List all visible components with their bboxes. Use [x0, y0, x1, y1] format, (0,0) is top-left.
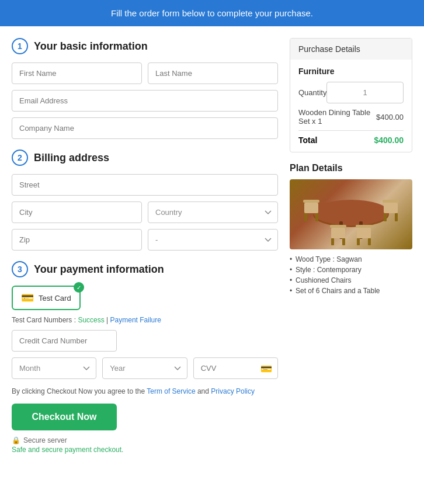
cc-number-row: [12, 330, 278, 352]
company-row: [12, 117, 278, 139]
main-content: 1 Your basic information: [0, 26, 424, 504]
step1-circle: 1: [12, 38, 28, 54]
month-select[interactable]: Month010203040506070809101112: [12, 357, 96, 379]
section1-header: 1 Your basic information: [12, 38, 278, 54]
zip-wrapper: [12, 229, 142, 251]
svg-rect-4: [303, 200, 319, 203]
purchase-category: Furniture: [298, 67, 404, 76]
quantity-input[interactable]: [326, 82, 404, 103]
total-label: Total: [298, 135, 317, 145]
secure-text: 🔒 Secure server: [12, 436, 278, 444]
country-select[interactable]: Country: [148, 201, 278, 223]
last-name-input[interactable]: [148, 62, 278, 84]
failure-link[interactable]: Payment Failure: [110, 316, 161, 324]
cvv-card-icon: 💳: [260, 363, 272, 374]
step2-circle: 2: [12, 150, 28, 166]
check-badge: ✓: [74, 282, 84, 293]
purchase-details-header: Purchase Details: [290, 39, 412, 60]
terms-before: By clicking Checkout Now you agree to th…: [12, 387, 147, 395]
left-panel: 1 Your basic information: [12, 38, 278, 492]
test-card-label: Test Card: [39, 294, 71, 303]
svg-point-1: [313, 200, 389, 225]
street-row: [12, 174, 278, 196]
svg-rect-6: [304, 213, 307, 221]
item-price: $400.00: [376, 113, 404, 121]
first-name-input[interactable]: [12, 62, 142, 84]
svg-rect-19: [368, 238, 371, 245]
divider: [298, 130, 404, 131]
test-card-numbers-label: Test Card Numbers :: [12, 316, 76, 324]
right-panel: Purchase Details Furniture Quantity Wood…: [290, 38, 412, 492]
test-card-option[interactable]: 💳 Test Card ✓: [12, 286, 81, 310]
state-select[interactable]: -: [148, 229, 278, 251]
svg-rect-8: [383, 200, 399, 203]
item-name: Wooden Dining Table Set x 1: [298, 108, 376, 126]
city-country-row: Country: [12, 201, 278, 223]
svg-rect-13: [331, 228, 345, 238]
quantity-label: Quantity: [298, 88, 326, 97]
total-row: Total $400.00: [298, 135, 404, 145]
section2-header: 2 Billing address: [12, 150, 278, 166]
company-input[interactable]: [12, 117, 278, 139]
svg-rect-9: [384, 203, 398, 213]
section3-title: Your payment information: [34, 263, 164, 276]
plan-image: [290, 179, 412, 249]
svg-rect-14: [331, 238, 334, 245]
first-name-wrapper: [12, 62, 142, 84]
section3-header: 3 Your payment information: [12, 261, 278, 277]
svg-rect-15: [342, 238, 345, 245]
top-banner: Fill the order form below to complete yo…: [0, 0, 424, 26]
plan-details-title: Plan Details: [290, 163, 412, 173]
cc-number-input[interactable]: [12, 330, 117, 352]
plan-feature-item: Style : Contemporary: [290, 266, 412, 274]
section1-title: Your basic information: [34, 40, 148, 53]
success-link[interactable]: Success: [78, 316, 104, 324]
plan-feature-item: Wood Type : Sagwan: [290, 255, 412, 263]
purchase-details-body: Furniture Quantity Wooden Dining Table S…: [290, 60, 412, 152]
quantity-row: Quantity: [298, 82, 404, 103]
svg-rect-10: [384, 213, 387, 221]
city-input[interactable]: [12, 201, 142, 223]
test-card-numbers: Test Card Numbers : Success | Payment Fa…: [12, 316, 278, 324]
terms-of-service-link[interactable]: Term of Service: [147, 387, 195, 395]
cvv-wrapper: 💳: [193, 357, 278, 379]
svg-rect-11: [395, 213, 398, 221]
lock-icon: 🔒: [12, 436, 20, 444]
email-row: [12, 90, 278, 112]
purchase-details-box: Purchase Details Furniture Quantity Wood…: [290, 38, 412, 152]
svg-rect-7: [315, 213, 318, 221]
terms-text: By clicking Checkout Now you agree to th…: [12, 387, 278, 395]
month-wrapper: Month010203040506070809101112: [12, 357, 96, 379]
page-wrapper: Fill the order form below to complete yo…: [0, 0, 424, 504]
item-row: Wooden Dining Table Set x 1 $400.00: [298, 108, 404, 126]
year-select[interactable]: Year202420252026202720282029203020312032…: [102, 357, 187, 379]
country-wrapper: Country: [148, 201, 278, 223]
plan-feature-item: Cushioned Chairs: [290, 276, 412, 284]
state-wrapper: -: [148, 229, 278, 251]
cvv-row: Month010203040506070809101112 Year202420…: [12, 357, 278, 379]
total-amount: $400.00: [374, 135, 404, 145]
privacy-policy-link[interactable]: Privacy Policy: [211, 387, 255, 395]
checkout-button[interactable]: Checkout Now: [12, 404, 117, 430]
street-input[interactable]: [12, 174, 278, 196]
zip-input[interactable]: [12, 229, 142, 251]
svg-rect-12: [330, 225, 346, 228]
email-input[interactable]: [12, 90, 278, 112]
section2-title: Billing address: [34, 152, 109, 164]
year-wrapper: Year202420252026202720282029203020312032…: [102, 357, 187, 379]
plan-feature-item: Set of 6 Chairs and a Table: [290, 287, 412, 295]
safe-text: Safe and secure payment checkout.: [12, 446, 278, 454]
plan-details: Plan Details: [290, 163, 412, 295]
step3-circle: 3: [12, 261, 28, 277]
zip-state-row: -: [12, 229, 278, 251]
svg-rect-16: [356, 225, 372, 228]
banner-text: Fill the order form below to complete yo…: [111, 8, 313, 18]
plan-features: Wood Type : SagwanStyle : ContemporaryCu…: [290, 255, 412, 295]
name-row: [12, 62, 278, 84]
credit-card-icon: 💳: [21, 291, 34, 304]
city-wrapper: [12, 201, 142, 223]
svg-rect-18: [357, 238, 360, 245]
terms-middle: and: [197, 387, 211, 395]
last-name-wrapper: [148, 62, 278, 84]
svg-rect-5: [304, 203, 318, 213]
